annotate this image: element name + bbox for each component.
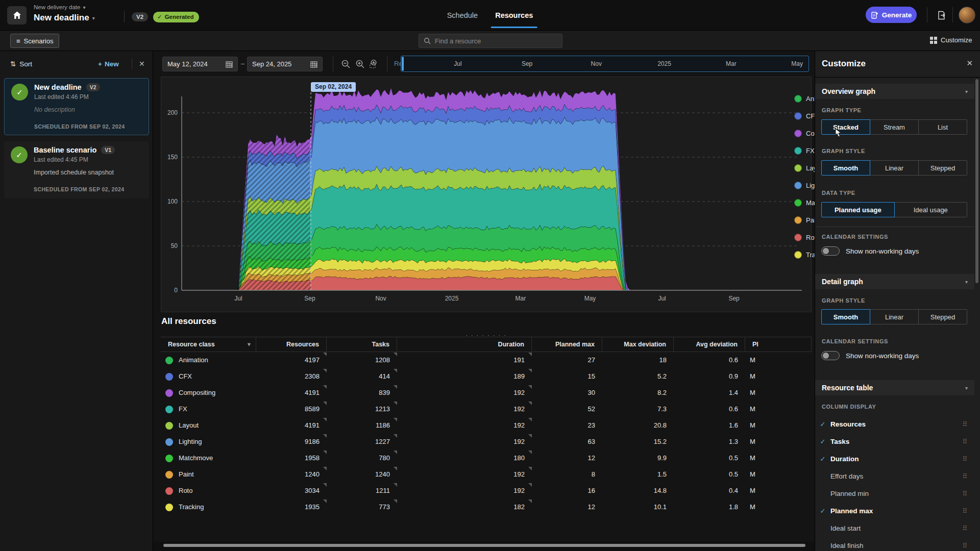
drag-handle-icon[interactable]: ⠿ <box>962 420 967 428</box>
table-row[interactable]: Compositing4191839192308.21.4M <box>161 385 812 401</box>
table-cell: 839 <box>327 385 397 401</box>
graph-style-option-smooth[interactable]: Smooth <box>821 160 870 176</box>
scenario-card-baseline[interactable]: ✓ Baseline scenario V1 Last edited 4:45 … <box>4 141 149 198</box>
drag-handle-icon[interactable]: ⠿ <box>962 507 967 515</box>
toggle-switch[interactable] <box>821 246 840 256</box>
section-resource-table[interactable]: Resource table ▾ <box>815 380 974 395</box>
horizontal-scrollbar[interactable] <box>163 544 805 547</box>
close-icon[interactable]: ✕ <box>139 60 145 68</box>
data-type-option-ideal-usage[interactable]: Ideal usage <box>895 202 968 217</box>
drag-handle-icon[interactable]: ⠿ <box>962 438 967 445</box>
graph-style-option-stepped[interactable]: Stepped <box>919 160 967 176</box>
detail-graph-style-option-smooth[interactable]: Smooth <box>821 309 870 324</box>
generate-button[interactable]: Generate <box>866 7 917 23</box>
svg-text:Nov: Nov <box>375 295 386 302</box>
graph-type-option-stacked[interactable]: Stacked <box>821 119 870 135</box>
column-display-item-planned-max[interactable]: ✓Planned max⠿ <box>815 502 974 519</box>
column-header-tasks[interactable]: Tasks <box>327 337 397 352</box>
customize-button[interactable]: Customize <box>930 36 972 44</box>
legend-item[interactable]: Animation <box>794 90 817 107</box>
minimap-month-label: 2025 <box>657 60 671 67</box>
table-row[interactable]: Roto303412111921614.80.4M <box>161 483 812 499</box>
avatar[interactable] <box>959 7 975 23</box>
tab-schedule[interactable]: Schedule <box>447 0 478 31</box>
detail-graph-style-option-linear[interactable]: Linear <box>870 309 919 324</box>
minimap-range-handle[interactable] <box>402 57 404 71</box>
date-to-field[interactable]: Sep 24, 2025 <box>247 57 323 71</box>
legend-item[interactable]: Roto <box>794 229 817 246</box>
table-cell: 9186 <box>256 434 327 450</box>
column-display-item-resources[interactable]: ✓Resources⠿ <box>815 415 974 433</box>
table-row[interactable]: CFX2308414189155.20.9M <box>161 368 812 385</box>
column-display-item-ideal-finish[interactable]: Ideal finish⠿ <box>815 537 974 551</box>
export-button[interactable] <box>934 8 949 22</box>
column-display-item-planned-min[interactable]: Planned min⠿ <box>815 485 974 502</box>
column-header-duration[interactable]: Duration <box>397 337 532 352</box>
legend-color-dot <box>794 199 802 207</box>
scenario-title-dropdown[interactable]: New deadline ▾ <box>34 11 95 24</box>
drag-handle-icon[interactable]: ⠿ <box>962 455 967 463</box>
drag-handle-icon[interactable]: ⠿ <box>962 524 967 532</box>
stacked-area-chart[interactable]: 050100150200JulSepNov2025MarMayJulSep <box>161 77 811 312</box>
section-overview-graph[interactable]: Overview graph ▾ <box>815 84 974 99</box>
panel-scrollbar[interactable] <box>975 79 978 283</box>
column-header-avg-deviation[interactable]: Avg deviation <box>674 337 745 352</box>
toggle-switch[interactable] <box>821 351 840 360</box>
column-header-pl[interactable]: Pl <box>745 337 812 352</box>
date-from-field[interactable]: May 12, 2024 <box>162 57 238 71</box>
zoom-out-button[interactable] <box>339 58 352 70</box>
legend-item[interactable]: FX <box>794 142 817 159</box>
show-non-working-days-toggle-detail[interactable]: Show non-working days <box>821 351 919 360</box>
search-input[interactable] <box>435 37 552 45</box>
column-display-item-duration[interactable]: ✓Duration⠿ <box>815 450 974 467</box>
delivery-date-dropdown[interactable]: New delivery date ▾ <box>34 3 95 11</box>
resource-color-dot <box>165 471 173 479</box>
legend-item[interactable]: Paint <box>794 211 817 229</box>
data-type-option-planned-usage[interactable]: Planned usage <box>821 202 895 217</box>
drag-handle-icon[interactable]: ⠿ <box>962 542 967 549</box>
scenario-card-new-deadline[interactable]: ✓ New deadline V2 Last edited 4:46 PM No… <box>4 78 149 135</box>
detail-graph-style-option-stepped[interactable]: Stepped <box>919 309 967 324</box>
drag-handle-icon[interactable]: ⠿ <box>962 472 967 480</box>
column-header-max-deviation[interactable]: Max deviation <box>602 337 674 352</box>
zoom-in-button[interactable] <box>353 58 366 70</box>
chevron-down-icon[interactable]: ▾ <box>248 337 251 352</box>
column-header-label: Max deviation <box>624 341 666 348</box>
close-icon[interactable]: ✕ <box>966 59 973 68</box>
legend-item[interactable]: Compositing <box>794 124 817 142</box>
cell-value: 9.9 <box>657 454 667 462</box>
legend-item[interactable]: Lighting <box>794 177 817 194</box>
legend-item[interactable]: Layout <box>794 159 817 177</box>
drag-handle-icon[interactable]: ⠿ <box>962 490 967 497</box>
column-header-planned-max[interactable]: Planned max <box>532 337 602 352</box>
legend-item[interactable]: Tracking <box>794 246 817 263</box>
graph-type-option-list[interactable]: List <box>919 119 967 135</box>
legend-item[interactable]: CFX <box>794 107 817 124</box>
new-scenario-button[interactable]: + New <box>98 60 119 68</box>
column-display-item-ideal-start[interactable]: Ideal start⠿ <box>815 519 974 537</box>
column-header-resource-class[interactable]: Resource class▾ <box>161 337 256 352</box>
graph-style-option-linear[interactable]: Linear <box>870 160 919 176</box>
graph-type-option-stream[interactable]: Stream <box>870 119 919 135</box>
resource-class-cell: Lighting <box>161 434 256 450</box>
table-row[interactable]: Tracking19357731821210.11.8M <box>161 499 812 515</box>
cell-corner-marker <box>323 402 327 405</box>
sort-button[interactable]: ⇅ Sort <box>10 60 32 68</box>
timeline-minimap[interactable]: JulSepNov2025MarMay <box>401 56 809 72</box>
table-row[interactable]: FX85891213192527.30.6M <box>161 401 812 417</box>
section-detail-graph[interactable]: Detail graph ▾ <box>815 274 974 289</box>
home-button[interactable] <box>7 6 27 24</box>
column-header-resources[interactable]: Resources <box>256 337 327 352</box>
scenarios-button[interactable]: ≡ Scenarios <box>10 34 59 48</box>
legend-item[interactable]: Matchmove <box>794 194 817 211</box>
table-row[interactable]: Layout419111861922320.81.6M <box>161 417 812 434</box>
table-row[interactable]: Paint1240124019281.50.5M <box>161 466 812 483</box>
column-display-item-effort-days[interactable]: Effort days⠿ <box>815 467 974 485</box>
zoom-selection-button[interactable] <box>368 58 381 70</box>
table-row[interactable]: Matchmove1958780180129.90.5M <box>161 450 812 466</box>
table-row[interactable]: Animation4197120819127180.6M <box>161 352 812 368</box>
show-non-working-days-toggle[interactable]: Show non-working days <box>821 246 919 256</box>
tab-resources[interactable]: Resources <box>495 0 533 31</box>
table-row[interactable]: Lighting918612271926315.21.3M <box>161 434 812 450</box>
column-display-item-tasks[interactable]: ✓Tasks⠿ <box>815 433 974 450</box>
